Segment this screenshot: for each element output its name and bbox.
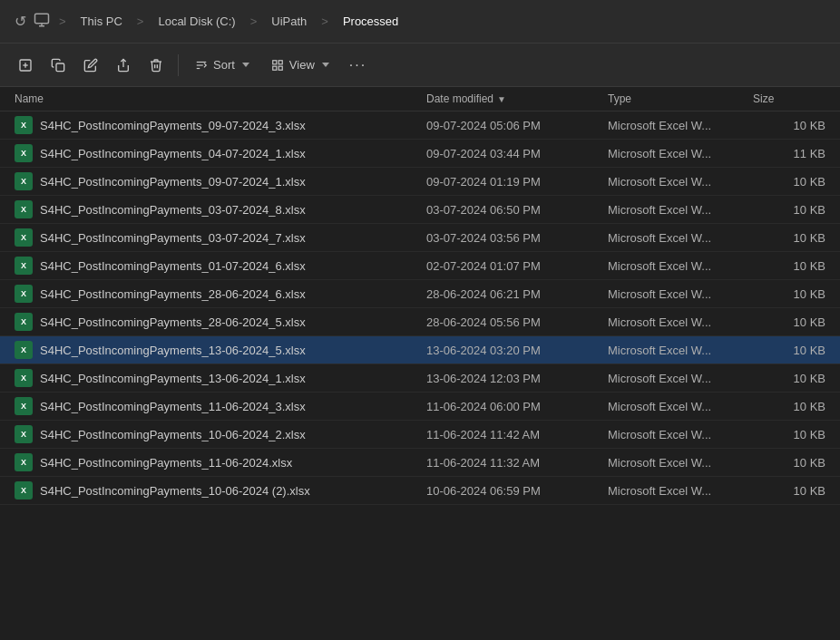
file-size: 10 KB [753,203,825,217]
file-name: S4HC_PostIncomingPayments_03-07-2024_8.x… [40,203,306,217]
table-row[interactable]: X S4HC_PostIncomingPayments_03-07-2024_8… [0,196,840,224]
excel-icon: X [15,228,33,247]
copy-button[interactable] [44,53,73,77]
file-size: 10 KB [753,456,825,470]
file-size: 10 KB [753,259,825,273]
file-type: Microsoft Excel W... [608,344,753,357]
delete-button[interactable] [142,53,171,77]
new-button[interactable] [11,53,40,77]
file-type: Microsoft Excel W... [608,400,753,413]
file-size: 10 KB [753,400,825,413]
svg-rect-11 [273,60,277,63]
table-row[interactable]: X S4HC_PostIncomingPayments_11-06-2024.x… [0,449,840,477]
file-type: Microsoft Excel W... [608,231,753,245]
breadcrumb-sep-2: > [137,15,144,28]
file-type: Microsoft Excel W... [608,287,753,301]
file-name: S4HC_PostIncomingPayments_03-07-2024_7.x… [40,231,306,245]
breadcrumb-thispc[interactable]: This PC [75,13,128,30]
table-row[interactable]: X S4HC_PostIncomingPayments_09-07-2024_1… [0,168,840,196]
col-header-name[interactable]: Name [15,92,426,105]
file-date: 11-06-2024 11:32 AM [426,456,608,470]
file-name: S4HC_PostIncomingPayments_11-06-2024.xls… [40,456,292,470]
file-name-cell: X S4HC_PostIncomingPayments_10-06-2024 (… [15,481,426,499]
file-date: 13-06-2024 12:03 PM [426,372,608,385]
file-type: Microsoft Excel W... [608,484,753,498]
table-row[interactable]: X S4HC_PostIncomingPayments_04-07-2024_1… [0,140,840,168]
title-bar: ↺ > This PC > Local Disk (C:) > UiPath >… [0,0,840,44]
sort-button[interactable]: Sort [186,53,259,76]
sort-chevron-icon [242,63,249,67]
file-name-cell: X S4HC_PostIncomingPayments_01-07-2024_6… [15,257,426,275]
table-row[interactable]: X S4HC_PostIncomingPayments_11-06-2024_3… [0,393,840,421]
file-date: 03-07-2024 06:50 PM [426,203,608,217]
file-name: S4HC_PostIncomingPayments_13-06-2024_5.x… [40,344,306,357]
table-row[interactable]: X S4HC_PostIncomingPayments_03-07-2024_7… [0,224,840,252]
svg-rect-14 [278,66,282,70]
file-name: S4HC_PostIncomingPayments_04-07-2024_1.x… [40,147,306,160]
file-date: 09-07-2024 05:06 PM [426,119,608,132]
file-name: S4HC_PostIncomingPayments_13-06-2024_1.x… [40,372,306,385]
file-name-cell: X S4HC_PostIncomingPayments_03-07-2024_8… [15,200,426,218]
breadcrumb-sep-4: > [321,15,328,28]
share-button[interactable] [109,53,138,77]
view-label: View [289,58,315,72]
file-name-cell: X S4HC_PostIncomingPayments_11-06-2024.x… [15,453,426,471]
file-size: 10 KB [753,175,825,189]
excel-icon: X [15,200,33,218]
col-header-size[interactable]: Size [753,92,825,105]
file-size: 10 KB [753,315,825,329]
file-size: 10 KB [753,372,825,385]
file-date: 11-06-2024 11:42 AM [426,428,608,441]
breadcrumb-sep-1: > [59,15,66,28]
excel-icon: X [15,425,33,443]
file-name-cell: X S4HC_PostIncomingPayments_03-07-2024_7… [15,228,426,247]
breadcrumb-localdisk[interactable]: Local Disk (C:) [152,13,240,30]
file-list: Name Date modified ▼ Type Size X S4HC_Po… [0,87,840,640]
excel-icon: X [15,144,33,162]
view-button[interactable]: View [262,53,338,76]
table-row[interactable]: X S4HC_PostIncomingPayments_01-07-2024_6… [0,252,840,280]
sort-arrow-icon: ▼ [497,94,506,104]
breadcrumb-processed[interactable]: Processed [337,13,404,30]
file-name: S4HC_PostIncomingPayments_09-07-2024_3.x… [40,119,306,132]
monitor-icon [34,12,50,32]
file-name-cell: X S4HC_PostIncomingPayments_28-06-2024_6… [15,285,426,303]
table-row[interactable]: X S4HC_PostIncomingPayments_28-06-2024_5… [0,308,840,336]
excel-icon: X [15,397,33,415]
rename-button[interactable] [76,53,105,77]
table-row[interactable]: X S4HC_PostIncomingPayments_10-06-2024_2… [0,421,840,449]
file-name-cell: X S4HC_PostIncomingPayments_11-06-2024_3… [15,397,426,415]
excel-icon: X [15,172,33,190]
col-header-type[interactable]: Type [608,92,753,105]
table-row[interactable]: X S4HC_PostIncomingPayments_13-06-2024_1… [0,364,840,393]
excel-icon: X [15,285,33,303]
toolbar-separator [178,54,179,76]
refresh-icon[interactable]: ↺ [15,13,26,30]
breadcrumb-uipath[interactable]: UiPath [266,13,312,30]
file-name-cell: X S4HC_PostIncomingPayments_09-07-2024_1… [15,172,426,190]
file-type: Microsoft Excel W... [608,259,753,273]
excel-icon: X [15,341,33,359]
file-date: 28-06-2024 06:21 PM [426,287,608,301]
more-options-button[interactable]: ··· [342,53,374,77]
excel-icon: X [15,313,33,331]
file-date: 09-07-2024 01:19 PM [426,175,608,189]
excel-icon: X [15,369,33,387]
table-row[interactable]: X S4HC_PostIncomingPayments_28-06-2024_6… [0,280,840,308]
file-type: Microsoft Excel W... [608,428,753,441]
svg-rect-13 [273,66,277,70]
svg-rect-0 [35,14,49,24]
table-row[interactable]: X S4HC_PostIncomingPayments_09-07-2024_3… [0,112,840,140]
column-headers: Name Date modified ▼ Type Size [0,87,840,112]
file-date: 10-06-2024 06:59 PM [426,484,608,498]
file-size: 10 KB [753,287,825,301]
file-date: 11-06-2024 06:00 PM [426,400,608,413]
table-row[interactable]: X S4HC_PostIncomingPayments_10-06-2024 (… [0,477,840,505]
col-header-date[interactable]: Date modified ▼ [426,92,608,105]
file-date: 09-07-2024 03:44 PM [426,147,608,160]
excel-icon: X [15,453,33,471]
file-date: 28-06-2024 05:56 PM [426,315,608,329]
excel-icon: X [15,481,33,499]
file-type: Microsoft Excel W... [608,372,753,385]
table-row[interactable]: X S4HC_PostIncomingPayments_13-06-2024_5… [0,336,840,364]
